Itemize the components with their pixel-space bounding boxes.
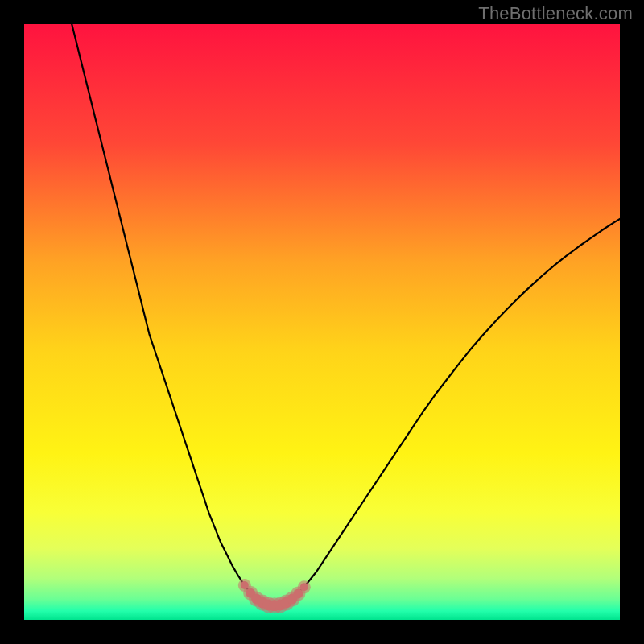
marker-dot (293, 588, 303, 598)
chart-svg (24, 24, 620, 620)
watermark-label: TheBottleneck.com (478, 3, 633, 24)
marker-dot (241, 581, 249, 589)
heat-gradient-bg (24, 24, 620, 620)
plot-area (24, 24, 620, 620)
marker-dot (300, 583, 308, 591)
chart-frame: TheBottleneck.com (0, 0, 644, 644)
